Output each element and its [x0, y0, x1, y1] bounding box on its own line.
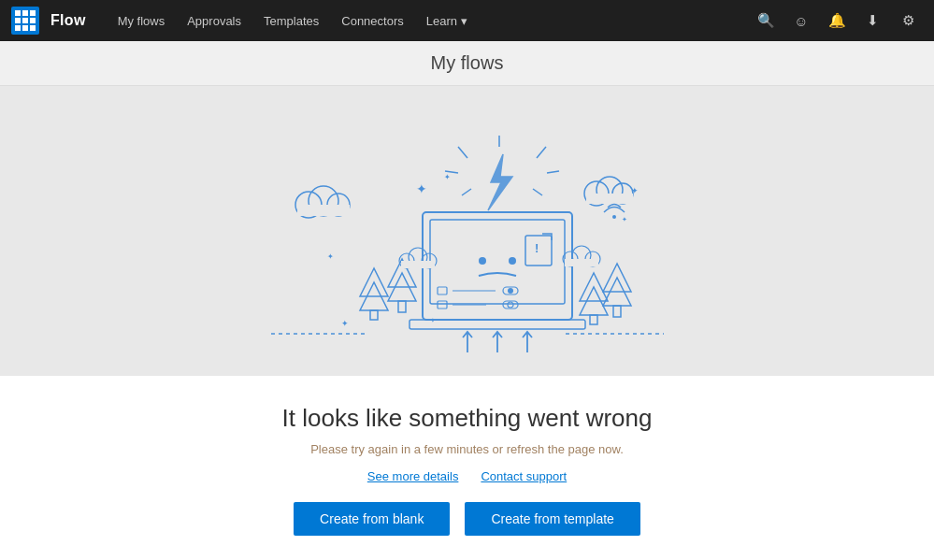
bell-icon[interactable]: 🔔	[822, 6, 852, 36]
content-area: It looks like something went wrong Pleas…	[0, 376, 934, 560]
nav-my-flows[interactable]: My flows	[108, 10, 175, 32]
see-more-details-link[interactable]: See more details	[367, 469, 459, 483]
svg-rect-14	[398, 301, 406, 312]
settings-icon[interactable]: ⚙	[893, 6, 923, 36]
svg-line-44	[458, 147, 467, 158]
svg-line-49	[533, 189, 542, 195]
svg-rect-5	[297, 205, 350, 216]
svg-text:✦: ✦	[631, 186, 639, 195]
page-header: My flows	[0, 41, 934, 86]
action-buttons: Create from blank Create from template	[294, 502, 640, 536]
nav-connectors[interactable]: Connectors	[332, 10, 412, 32]
contact-support-link[interactable]: Contact support	[481, 469, 567, 483]
svg-rect-60	[565, 259, 598, 266]
svg-point-27	[612, 215, 616, 219]
svg-marker-43	[488, 154, 512, 210]
svg-rect-39	[438, 301, 447, 309]
navbar: Flow My flows Approvals Templates Connec…	[0, 0, 934, 41]
svg-text:✦: ✦	[341, 319, 349, 328]
download-icon[interactable]: ⬇	[857, 6, 887, 36]
svg-text:✦: ✦	[327, 252, 334, 261]
svg-text:!: !	[535, 241, 539, 255]
svg-rect-32	[410, 320, 585, 329]
svg-line-46	[462, 189, 471, 195]
svg-text:✦: ✦	[444, 173, 451, 181]
nav-links: My flows Approvals Templates Connectors …	[108, 10, 751, 32]
svg-point-34	[509, 257, 516, 265]
error-title: It looks like something went wrong	[282, 404, 653, 433]
svg-text:✦: ✦	[416, 181, 427, 196]
svg-rect-56	[401, 261, 435, 268]
svg-rect-11	[370, 310, 378, 320]
svg-line-47	[537, 147, 546, 158]
svg-rect-22	[613, 306, 621, 317]
nav-templates[interactable]: Templates	[254, 10, 328, 32]
nav-learn[interactable]: Learn ▾	[417, 10, 477, 32]
svg-point-33	[479, 257, 486, 265]
svg-rect-19	[590, 315, 597, 324]
svg-text:✦: ✦	[622, 216, 627, 223]
svg-rect-26	[586, 194, 633, 204]
svg-rect-35	[438, 287, 447, 294]
waffle-menu[interactable]	[11, 7, 39, 35]
page-title: My flows	[431, 52, 504, 74]
illustration-area: ✦ ✦ ✦ ✦ ✦	[0, 86, 934, 376]
svg-point-42	[508, 302, 513, 308]
svg-line-48	[547, 171, 559, 173]
waffle-icon	[15, 10, 36, 31]
nav-icon-group: 🔍 ☺ 🔔 ⬇ ⚙	[751, 6, 923, 36]
svg-point-38	[508, 288, 513, 294]
error-subtitle: Please try again in a few minutes or ref…	[310, 442, 624, 456]
app-brand: Flow	[50, 12, 86, 29]
search-icon[interactable]: 🔍	[751, 6, 781, 36]
nav-approvals[interactable]: Approvals	[178, 10, 251, 32]
error-illustration: ✦ ✦ ✦ ✦ ✦	[271, 100, 664, 362]
create-from-blank-button[interactable]: Create from blank	[294, 502, 450, 536]
smiley-icon[interactable]: ☺	[786, 6, 816, 36]
create-from-template-button[interactable]: Create from template	[465, 502, 640, 536]
error-links: See more details Contact support	[367, 469, 567, 483]
